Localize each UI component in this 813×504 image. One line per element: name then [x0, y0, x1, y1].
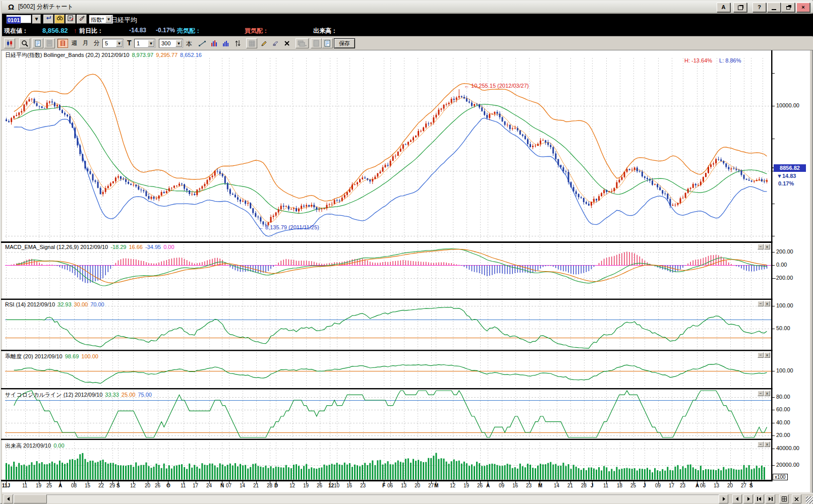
- trendline-tool-button[interactable]: [197, 38, 208, 48]
- x-axis-label: 23: [526, 483, 532, 488]
- scroll-left-button[interactable]: [4, 494, 13, 503]
- page-back-button[interactable]: [732, 494, 742, 503]
- category-select[interactable]: 指数* ▼: [89, 15, 113, 24]
- candle-chart-button[interactable]: [4, 38, 15, 48]
- go-start-button[interactable]: [754, 494, 764, 503]
- eraser-icon: [272, 40, 279, 46]
- trendline-icon: [199, 40, 206, 47]
- macd-axis-label: 0.00: [776, 262, 787, 268]
- sort-arrows-button[interactable]: [232, 38, 243, 48]
- new-page-button[interactable]: [32, 38, 43, 48]
- panel-close-button[interactable]: x: [764, 352, 770, 358]
- scroll-right-button[interactable]: [719, 494, 728, 503]
- minimize-button[interactable]: [767, 3, 781, 12]
- resize-grip[interactable]: [806, 496, 813, 503]
- x-axis-label: 27: [428, 483, 434, 488]
- close-pane-button[interactable]: [792, 494, 801, 503]
- copy-window-icon[interactable]: [733, 3, 747, 12]
- eraser-tool-button[interactable]: [270, 38, 281, 48]
- x-axis-label: J: [591, 483, 594, 488]
- rsi-axis-label: 100.00: [776, 302, 793, 308]
- search-button[interactable]: [54, 15, 65, 24]
- close-button[interactable]: ×: [796, 3, 810, 12]
- t-select[interactable]: 1 ▼: [134, 39, 155, 48]
- panel-minimize-button[interactable]: −: [758, 301, 764, 306]
- grid-tool-button[interactable]: [246, 38, 257, 48]
- x-axis-label: 20: [727, 483, 733, 488]
- panel-close-button[interactable]: x: [764, 442, 770, 447]
- x-axis-label: 21: [253, 483, 259, 488]
- bar-chart-button[interactable]: [220, 38, 231, 48]
- x-axis-label: 13: [401, 483, 406, 488]
- scrollbar-track[interactable]: [4, 494, 728, 503]
- horizontal-scrollbar: [2, 493, 813, 504]
- x-axis-label: S: [749, 483, 753, 488]
- panel-minimize-button[interactable]: −: [758, 244, 764, 249]
- page-copy-button[interactable]: [44, 38, 55, 48]
- draw-tool-button[interactable]: [258, 38, 269, 48]
- window-layout-button[interactable]: [296, 38, 309, 48]
- x-axis-label: 17: [193, 483, 198, 488]
- binoculars-icon: [56, 15, 63, 21]
- psych-axis-label: 80.00: [776, 394, 790, 400]
- minute-select[interactable]: 5 ▼: [102, 39, 124, 48]
- x-axis-label: J: [643, 483, 646, 488]
- panel-close-button[interactable]: x: [764, 391, 770, 396]
- symbol-name: 日経平均: [111, 16, 137, 25]
- restore-button[interactable]: [781, 3, 795, 12]
- volume-axis-label: 40000.00: [776, 445, 799, 451]
- symbol-code-input[interactable]: 0101: [6, 15, 31, 23]
- volume-overlay-button[interactable]: [209, 38, 220, 48]
- zoom-button[interactable]: [19, 38, 30, 48]
- x-axis-label: O: [166, 483, 170, 488]
- fit-view-button[interactable]: [779, 494, 789, 503]
- page-forward-button[interactable]: [743, 494, 753, 503]
- tab-period-minute[interactable]: 分: [91, 39, 102, 48]
- left-arrow-icon: ←: [464, 83, 470, 89]
- high-low-summary: H: -13.64%L: 8.86%: [684, 57, 741, 64]
- font-button[interactable]: A: [717, 3, 730, 12]
- panel-minimize-button[interactable]: −: [758, 391, 764, 396]
- panel-close-button[interactable]: x: [764, 301, 770, 306]
- chart-area[interactable]: [2, 50, 810, 492]
- print-page-button[interactable]: [322, 38, 333, 48]
- symbol-dropdown-button[interactable]: ▼: [32, 15, 41, 24]
- x-axis-label: 14: [240, 483, 245, 488]
- x-axis-label: 26: [477, 483, 483, 488]
- tab-period-week[interactable]: 週: [69, 39, 80, 48]
- clear-button[interactable]: [77, 15, 87, 24]
- x-axis-label: F: [382, 483, 385, 488]
- right-triangle-icon: [722, 497, 726, 501]
- left-arrow-icon: ←: [258, 224, 264, 230]
- x-axis-label: 20: [415, 483, 420, 488]
- app-logo-icon: Ω: [8, 3, 14, 11]
- grid-icon: [782, 496, 787, 501]
- delete-tool-button[interactable]: [281, 38, 293, 48]
- annotation-high: ← 10,255.15 (2012/03/27): [464, 83, 529, 89]
- panel-minimize-button[interactable]: −: [758, 352, 764, 358]
- bar-count-select[interactable]: 300 ▼: [159, 39, 183, 48]
- tab-period-month[interactable]: 月: [80, 39, 91, 48]
- panel-close-button[interactable]: x: [764, 244, 770, 249]
- scrollbar-thumb[interactable]: [14, 494, 47, 503]
- rsi-legend: RSI (14) 2012/09/1032.9330.0070.00: [5, 301, 107, 307]
- kairi-axis-label: 100.00: [776, 367, 793, 373]
- main-chart-legend: 日経平均(指数) Bollinger_Bands (20,2) 2012/09/…: [5, 51, 204, 59]
- window-title: [5002] 分析チャート: [18, 3, 74, 11]
- memo-button[interactable]: [66, 15, 76, 24]
- change-value: -14.83: [129, 27, 146, 34]
- enter-button[interactable]: [43, 15, 53, 24]
- bid-label: 買気配：: [245, 27, 269, 35]
- chevron-down-icon: ▼: [148, 40, 154, 47]
- tab-period-day[interactable]: 日: [57, 39, 68, 48]
- x-axis-label: 16: [512, 483, 518, 488]
- x-axis-label: 12: [289, 483, 295, 488]
- save-page-button[interactable]: [311, 38, 322, 48]
- panel-minimize-button[interactable]: −: [758, 442, 764, 447]
- x-axis-label: M: [538, 483, 542, 488]
- go-end-button[interactable]: [766, 494, 775, 503]
- x-icon: [284, 40, 290, 46]
- up-down-arrows-icon: [235, 40, 241, 47]
- help-button[interactable]: ?: [752, 3, 766, 12]
- save-button[interactable]: 保存: [334, 38, 355, 48]
